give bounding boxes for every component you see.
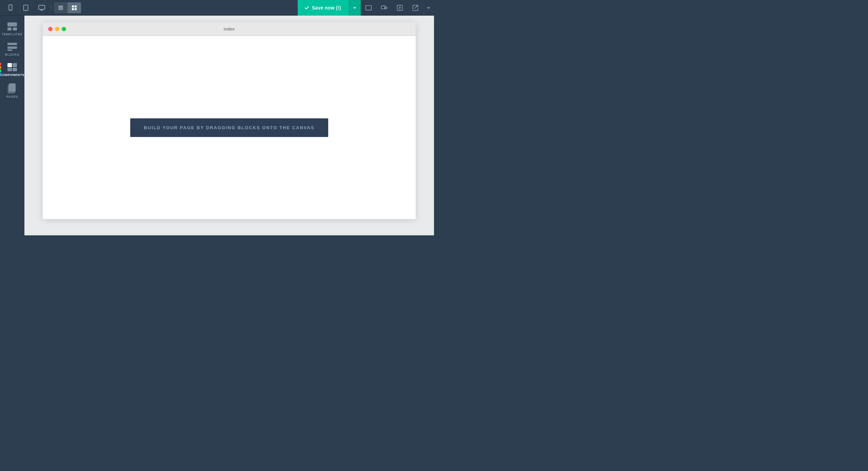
browser-content: BUILD YOUR PAGE BY DRAGGING BLOCKS ONTO … [43, 36, 416, 219]
blocks-label: BLOCKS [5, 53, 20, 56]
svg-rect-13 [75, 8, 77, 10]
sidebar-item-templates[interactable]: TEMPLATES [0, 18, 24, 39]
svg-rect-30 [9, 83, 16, 92]
canvas-placeholder-message: BUILD YOUR PAGE BY DRAGGING BLOCKS ONTO … [130, 118, 328, 137]
svg-rect-19 [7, 27, 12, 31]
browser-titlebar: index [43, 22, 416, 36]
svg-rect-24 [7, 63, 12, 67]
main-content: TEMPLATES BLOCKS [0, 16, 434, 235]
svg-point-1 [10, 9, 11, 10]
svg-rect-20 [13, 27, 17, 31]
tablet-device-btn[interactable] [18, 0, 34, 16]
maximize-dot[interactable] [62, 27, 66, 31]
templates-label: TEMPLATES [2, 33, 22, 36]
svg-rect-14 [366, 5, 372, 10]
canvas-area: index BUILD YOUR PAGE BY DRAGGING BLOCKS… [24, 16, 434, 235]
components-label: COMPONENTS [0, 73, 24, 77]
sidebar-item-blocks[interactable]: BLOCKS [0, 39, 24, 59]
responsive-preview-btn[interactable] [376, 0, 392, 16]
list-view-btn[interactable] [54, 2, 67, 13]
toolbar-left [0, 0, 81, 16]
svg-rect-4 [39, 5, 45, 9]
save-now-button[interactable]: Save now (!) [298, 0, 348, 16]
svg-rect-11 [75, 5, 77, 7]
browser-page-title: index [224, 26, 235, 32]
fullscreen-btn[interactable] [361, 0, 376, 16]
svg-rect-9 [58, 9, 63, 10]
sidebar-item-pages[interactable]: PAGES [0, 79, 24, 101]
browser-window-controls [48, 27, 66, 31]
save-now-label: Save now (!) [312, 5, 341, 11]
svg-rect-12 [72, 8, 74, 10]
grid-view-btn[interactable] [67, 2, 81, 13]
external-link-btn[interactable] [408, 0, 423, 16]
svg-rect-26 [7, 68, 12, 71]
share-btn[interactable] [392, 0, 408, 16]
svg-rect-27 [13, 68, 17, 71]
pages-label: PAGES [6, 95, 18, 98]
svg-rect-21 [7, 43, 17, 45]
toolbar: Save now (!) [0, 0, 434, 16]
svg-rect-10 [72, 5, 74, 7]
svg-rect-17 [397, 5, 402, 10]
svg-rect-22 [7, 46, 17, 49]
sidebar: TEMPLATES BLOCKS [0, 16, 24, 235]
minimize-dot[interactable] [55, 27, 59, 31]
svg-point-3 [25, 9, 26, 10]
svg-rect-25 [13, 63, 17, 67]
toolbar-right: Save now (!) [298, 0, 434, 16]
mobile-device-btn[interactable] [3, 0, 18, 16]
browser-window: index BUILD YOUR PAGE BY DRAGGING BLOCKS… [43, 22, 416, 219]
desktop-device-btn[interactable] [34, 0, 50, 16]
save-dropdown-btn[interactable] [348, 0, 361, 16]
svg-rect-23 [7, 50, 12, 51]
svg-rect-8 [58, 7, 63, 8]
sidebar-item-components[interactable]: COMPONENTS [0, 59, 24, 79]
more-options-btn[interactable] [423, 0, 434, 16]
view-toggle-group [54, 2, 81, 13]
close-dot[interactable] [48, 27, 53, 31]
svg-rect-7 [58, 6, 63, 7]
components-accent [0, 63, 1, 76]
toolbar-separator [51, 4, 51, 12]
svg-rect-18 [7, 22, 17, 26]
